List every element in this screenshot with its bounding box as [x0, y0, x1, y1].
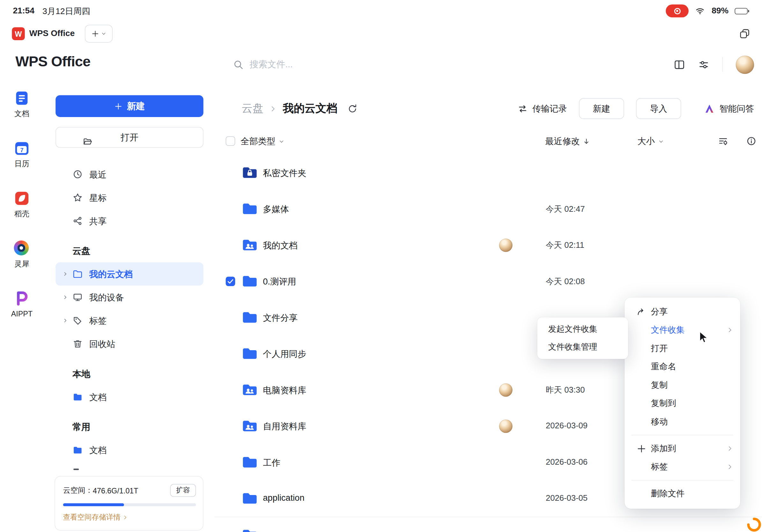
wps-logo-icon: W — [12, 28, 25, 40]
rail-item-calendar[interactable]: 7日历 — [0, 140, 44, 169]
sidebar-item-recycle-bin[interactable]: 回收站 — [55, 332, 203, 356]
new-document-button[interactable]: 新建 — [55, 96, 203, 117]
sidebar-item-label: 共享 — [89, 215, 107, 227]
refresh-button[interactable] — [347, 103, 358, 114]
sidebar-item-shared[interactable]: 共享 — [55, 209, 203, 233]
file-name: 工作 — [263, 457, 280, 469]
menu-item-打开[interactable]: 打开 — [625, 339, 740, 358]
sort-modified-header[interactable]: 最近修改 — [545, 135, 590, 147]
file-name: 多媒体 — [263, 203, 289, 215]
sidebar-section: 云盘 — [55, 239, 203, 262]
menu-item-复制[interactable]: 复制 — [625, 376, 740, 394]
select-all-checkbox[interactable] — [226, 137, 235, 146]
chevron-down-icon — [279, 139, 284, 144]
sidebar-item-frequent-docs[interactable]: 文档 — [55, 438, 203, 461]
star-icon — [72, 192, 83, 203]
sidebar-item-starred[interactable]: 星标 — [55, 186, 203, 209]
shared-folder-icon — [241, 381, 259, 399]
chevron-right-icon — [727, 327, 733, 333]
menu-item-添加到[interactable]: 添加到 — [625, 439, 740, 458]
file-name: 个人用同步 — [263, 348, 306, 360]
search-input[interactable]: 搜索文件... — [233, 54, 442, 74]
chevron-right-icon — [727, 445, 733, 452]
sidebar-section: 常用 — [55, 416, 203, 438]
rail-item-docs[interactable]: 文档 — [0, 90, 44, 119]
share-icon — [637, 307, 647, 317]
chevron-right-icon — [727, 464, 733, 470]
menu-item-标签[interactable]: 标签 — [625, 458, 740, 476]
breadcrumb-root[interactable]: 云盘 — [242, 101, 263, 116]
modified-date: 今天 02:11 — [546, 240, 584, 251]
window-overview-button[interactable] — [739, 29, 750, 39]
storage-details-link[interactable]: 查看空间存储详情 — [63, 513, 196, 522]
file-row[interactable] — [214, 517, 762, 532]
folder-icon — [241, 309, 259, 326]
search-placeholder: 搜索文件... — [250, 58, 293, 70]
sidebar-item-recent[interactable]: 最近 — [55, 163, 203, 186]
plus-icon — [637, 444, 647, 453]
sidebar-item-tags[interactable]: 标签 — [55, 309, 203, 332]
sidebar-item-my-cloud-docs[interactable]: 我的云文档 — [55, 262, 203, 286]
menu-item-label: 重命名 — [651, 361, 676, 372]
chevron-down-icon — [658, 139, 664, 144]
expand-storage-button[interactable]: 扩容 — [170, 484, 196, 497]
info-button[interactable] — [746, 136, 757, 146]
caret-right-icon[interactable] — [62, 318, 72, 324]
file-row-私密文件夹[interactable]: 私密文件夹 — [214, 155, 762, 191]
transfer-records-button[interactable]: 传输记录 — [518, 103, 567, 114]
modified-date: 今天 02:08 — [546, 276, 585, 287]
rail-item-label: 稻壳 — [14, 209, 29, 219]
caret-right-icon[interactable] — [62, 271, 72, 277]
sidebar-item-label: 我的云文档 — [89, 268, 133, 280]
tag-icon — [72, 315, 83, 326]
menu-item-分享[interactable]: 分享 — [625, 302, 740, 321]
settings-sliders-button[interactable] — [698, 59, 709, 70]
display-settings-button[interactable] — [718, 136, 728, 146]
file-row-我的文档[interactable]: 我的文档今天 02:11 — [214, 227, 762, 263]
submenu-item-文件收集管理[interactable]: 文件收集管理 — [537, 338, 628, 356]
foldersolid-icon — [72, 392, 83, 402]
screen-recording-indicator[interactable] — [666, 4, 689, 17]
page-title: WPS Office — [15, 54, 90, 70]
caret-spacer — [62, 341, 72, 347]
sidebar-item-my-devices[interactable]: 我的设备 — [55, 286, 203, 309]
open-button-label: 打开 — [120, 131, 138, 143]
device-icon — [72, 292, 83, 303]
menu-item-重命名[interactable]: 重命名 — [625, 358, 740, 376]
wifi-icon — [695, 6, 706, 15]
sidebar-item-local-docs[interactable]: 文档 — [55, 385, 203, 409]
collaborator-avatar — [499, 383, 512, 397]
caret-spacer — [62, 171, 72, 177]
open-file-button[interactable]: 打开 — [55, 127, 203, 148]
caret-spacer — [62, 195, 72, 201]
menu-item-复制到[interactable]: 复制到 — [625, 394, 740, 413]
submenu-item-发起文件收集[interactable]: 发起文件收集 — [537, 320, 628, 338]
ai-qa-button[interactable]: 智能问答 — [704, 103, 754, 114]
split-view-button[interactable] — [674, 59, 685, 70]
chevron-right-icon — [122, 515, 128, 520]
modified-date: 昨天 03:30 — [546, 385, 585, 395]
menu-item-删除文件[interactable]: 删除文件 — [625, 485, 740, 503]
row-checkbox-checked[interactable] — [226, 277, 235, 287]
storage-value: 476.6G/1.01T — [93, 486, 138, 495]
file-row-多媒体[interactable]: 多媒体今天 02:47 — [214, 191, 762, 227]
file-name: 0.测评用 — [263, 276, 296, 287]
rail-item-aippt[interactable]: AIPPT — [0, 291, 44, 318]
menu-item-移动[interactable]: 移动 — [625, 413, 740, 431]
type-filter-dropdown[interactable]: 全部类型 — [241, 135, 284, 147]
user-avatar[interactable] — [736, 55, 754, 74]
import-button[interactable]: 导入 — [636, 98, 681, 119]
new-button[interactable]: 新建 — [579, 98, 624, 119]
menu-item-文件收集[interactable]: 文件收集 — [625, 321, 740, 339]
new-tab-button[interactable] — [85, 25, 112, 43]
record-icon — [674, 8, 681, 14]
file-row-0.测评用[interactable]: 0.测评用今天 02:08 — [214, 263, 762, 299]
rail-item-daoke[interactable]: 稻壳 — [0, 190, 44, 219]
mouse-cursor — [697, 330, 711, 345]
battery-percent: 89% — [712, 6, 728, 16]
rail-item-lingxi[interactable]: 灵犀 — [0, 240, 44, 269]
file-name: 私密文件夹 — [263, 167, 306, 179]
sort-size-header[interactable]: 大小 — [638, 135, 664, 147]
foldersolid-icon — [72, 445, 83, 455]
caret-right-icon[interactable] — [62, 295, 72, 300]
